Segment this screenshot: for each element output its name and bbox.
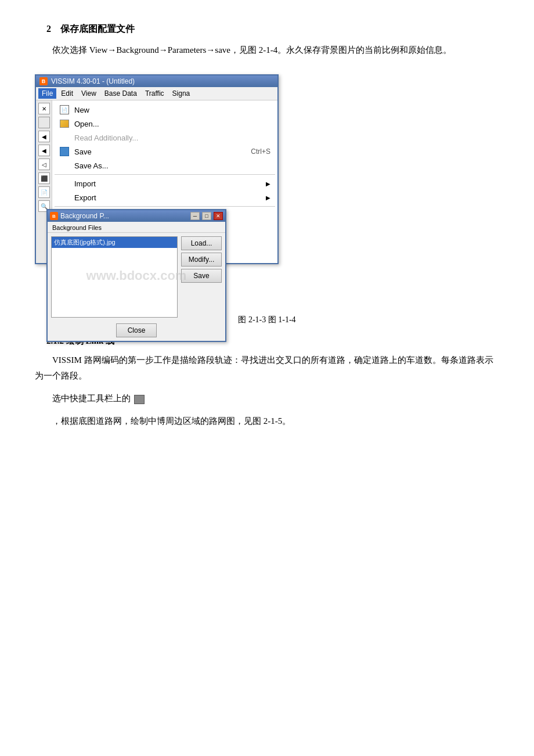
vissim-menubar[interactable]: File Edit View Base Data Traffic Signa xyxy=(36,87,277,100)
paragraph-2: VISSIM 路网编码的第一步工作是描绘路段轨迹：寻找进出交叉口的所有道路，确定… xyxy=(35,352,499,384)
bg-content: 仿真底图(jpg格式).jpg Load... Modify... Save xyxy=(48,233,225,321)
export-arrow: ▶ xyxy=(266,195,270,201)
menu-view[interactable]: View xyxy=(78,88,100,99)
floppy-icon xyxy=(60,147,69,156)
import-arrow: ▶ xyxy=(266,181,270,187)
section-title: 2 保存底图配置文件 xyxy=(46,23,499,35)
screenshots-area: B VISSIM 4.30-01 - (Untitled) File Edit … xyxy=(35,65,302,309)
open-icon xyxy=(59,118,70,129)
menu-item-save-as[interactable]: Save As... xyxy=(52,159,277,172)
bg-titlebar: B Background P... ─ □ ✕ xyxy=(48,210,225,222)
save-as-icon xyxy=(59,160,70,171)
read-additionally-icon xyxy=(59,132,70,143)
import-icon xyxy=(59,178,70,189)
menu-basedata[interactable]: Base Data xyxy=(101,88,140,99)
vissim-title: VISSIM 4.30-01 - (Untitled) xyxy=(51,77,135,85)
file-item[interactable]: 仿真底图(jpg格式).jpg xyxy=(52,237,177,248)
menu-item-export[interactable]: Export ▶ xyxy=(52,190,277,204)
folder-icon xyxy=(60,120,69,128)
new-icon: 📄 xyxy=(59,105,70,115)
separator-2 xyxy=(55,206,275,207)
paragraph-1: 依次选择 View→Background→Parameters→save，见图 … xyxy=(35,42,499,58)
toolbar-icon xyxy=(134,395,145,404)
save-button[interactable]: Save xyxy=(181,269,222,283)
modify-button[interactable]: Modify... xyxy=(181,253,222,267)
bg-app-icon: B xyxy=(50,212,58,220)
menu-file[interactable]: File xyxy=(38,88,56,99)
minimize-button[interactable]: ─ xyxy=(190,212,200,220)
save-shortcut: Ctrl+S xyxy=(251,147,270,156)
paragraph-3: 选中快捷工具栏上的 xyxy=(35,391,499,406)
sidebar-icon-1: ✕ xyxy=(38,103,50,114)
bg-title: Background P... xyxy=(60,212,188,220)
export-icon xyxy=(59,192,70,203)
save-icon xyxy=(59,146,70,157)
menu-traffic[interactable]: Traffic xyxy=(142,88,168,99)
menu-item-import[interactable]: Import ▶ xyxy=(52,177,277,190)
vissim-app-icon: B xyxy=(39,77,48,85)
menu-item-save[interactable]: Save Ctrl+S xyxy=(52,145,277,159)
load-button[interactable]: Load... xyxy=(181,236,222,250)
menu-item-read-additionally[interactable]: Read Additionally... xyxy=(52,131,277,145)
sidebar-icon-4: ◀ xyxy=(38,145,50,156)
sidebar-icon-6: ⬛ xyxy=(38,172,50,184)
menu-item-new[interactable]: 📄 New xyxy=(52,103,277,117)
bg-window: B Background P... ─ □ ✕ Background Files… xyxy=(46,209,226,342)
bg-action-buttons: Load... Modify... Save xyxy=(181,236,222,318)
close-btn-row: Close xyxy=(48,321,225,341)
close-title-button[interactable]: ✕ xyxy=(214,212,223,220)
sidebar-icon-5: ◁ xyxy=(38,159,50,170)
file-list[interactable]: 仿真底图(jpg格式).jpg xyxy=(51,236,178,318)
menu-signa[interactable]: Signa xyxy=(169,88,194,99)
menu-edit[interactable]: Edit xyxy=(57,88,77,99)
sidebar-icon-2 xyxy=(38,117,50,128)
sidebar-icon-7: 📄 xyxy=(38,186,50,198)
vissim-titlebar: B VISSIM 4.30-01 - (Untitled) xyxy=(36,75,277,87)
paragraph-4: ，根据底图道路网，绘制中博周边区域的路网图，见图 2-1-5。 xyxy=(35,413,499,429)
restore-button[interactable]: □ xyxy=(202,212,211,220)
sidebar-icon-3: ◀ xyxy=(38,131,50,142)
close-button[interactable]: Close xyxy=(116,323,157,337)
bg-files-label: Background Files xyxy=(48,222,225,233)
separator-1 xyxy=(55,174,275,175)
menu-item-open[interactable]: Open... xyxy=(52,117,277,131)
